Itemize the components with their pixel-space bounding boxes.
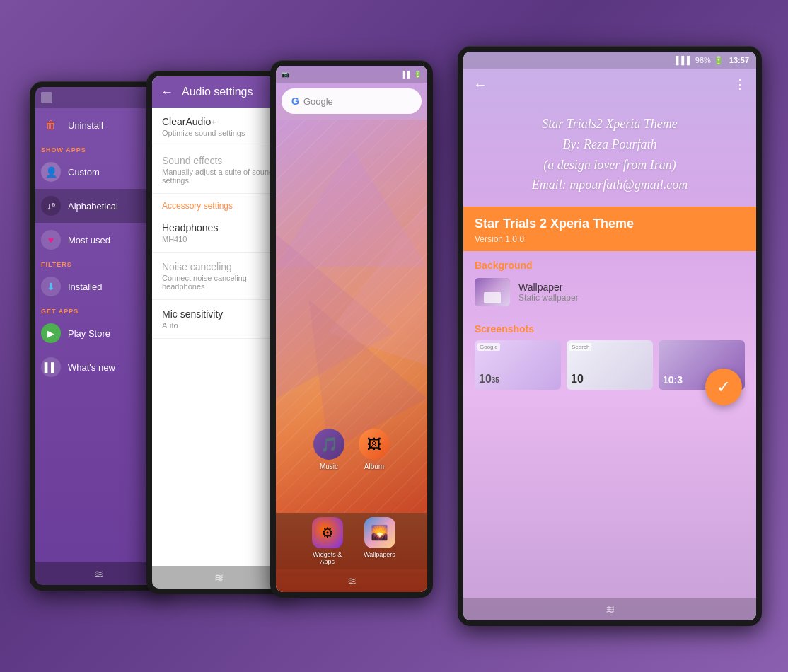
ss-time-1: 1035 [479,373,499,386]
envelope-icon [484,292,501,303]
nav-icon-1: ≋ [94,567,103,581]
fab-icon: ✓ [717,377,731,397]
sound-fx-desc: Manually adjust a suite of sound setting… [162,168,276,185]
screenshots-row: Google 1035 Search 10 10:3 [475,340,745,390]
mic-desc: Auto [162,321,276,330]
most-used-item[interactable]: ♥ Most used [35,223,162,257]
theme-screen: ▌▌▌ 98% 🔋 13:57 ← ⋮ Star Trials2 Xperia … [463,52,756,620]
noise-cancel-item[interactable]: Noise canceling Connect noise canceling … [152,253,286,300]
headphones-title: Headphones [162,222,276,233]
ss-time-2: 10 [571,373,584,386]
screen-3: 📷 ▌▌ 🔋 G Google [276,66,427,592]
wallpaper-area: 🎵 Music 🖼 Album [276,120,427,513]
screenshots-label: Screenshots [475,323,745,335]
fab-confirm-button[interactable]: ✓ [705,369,742,405]
status-bar-3: 📷 ▌▌ 🔋 [276,66,427,83]
background-label: Background [475,260,745,271]
sound-fx-title: Sound effects [162,155,276,166]
mic-sensitivity-item[interactable]: Mic sensitivity Auto [152,300,286,339]
clear-audio-item[interactable]: ClearAudio+ Optimize sound settings [152,108,286,146]
alpha-label: Alphabetical [68,201,118,212]
noise-desc: Connect noise canceling headphones [162,274,276,291]
wallpaper-item[interactable]: Wallpaper Static wallpaper [475,278,745,306]
album-app-icon[interactable]: 🖼 Album [359,429,390,470]
music-app-icon[interactable]: 🎵 Music [313,429,344,470]
screenshot-1[interactable]: Google 1035 [475,340,561,390]
play-store-label: Play Store [68,328,110,339]
alphabetical-item[interactable]: ↓ᵃ Alphabetical [35,189,162,223]
person-icon: 👤 [41,162,61,182]
google-bar[interactable]: G Google [282,88,422,114]
audio-header: ← Audio settings [152,76,286,108]
credit-line-3: (a design lover from Iran) [477,155,742,175]
custom-label: Custom [68,167,100,178]
uninstall-item[interactable]: 🗑 Uninstall [35,108,162,142]
wallpapers-icon[interactable]: 🌄 Wallpapers [364,517,395,565]
sort-icon: ↓ᵃ [41,196,61,216]
theme-credits: Star Trials2 Xperia Theme By: Reza Pourf… [463,100,756,207]
status-right-3: ▌▌ 🔋 [403,71,422,78]
devices-container: 🗑 Uninstall SHOW APPS 👤 Custom ↓ᵃ Alphab… [19,25,769,647]
heart-icon: ♥ [41,230,61,250]
theme-back-btn[interactable]: ← [473,76,487,93]
battery-icon: 🔋 [714,56,724,65]
sound-effects-item[interactable]: Sound effects Manually adjust a suite of… [152,146,286,194]
nav-bar-2: ≋ [152,566,286,589]
nav-icon-4: ≋ [606,603,615,616]
ss-status-1: Google [477,343,500,351]
screen-1: 🗑 Uninstall SHOW APPS 👤 Custom ↓ᵃ Alphab… [35,87,162,585]
widgets-circle: ⚙ [312,517,343,548]
grid-icon [41,92,52,103]
widgets-label: Widgets & Apps [308,551,347,565]
apps-screen: 🗑 Uninstall SHOW APPS 👤 Custom ↓ᵃ Alphab… [35,87,162,585]
uninstall-label: Uninstall [68,120,103,131]
most-used-label: Most used [68,235,110,245]
fab-area: ✓ [463,398,756,441]
headphones-desc: MH410 [162,235,276,243]
nav-icon-3: ≋ [347,574,357,588]
download-icon: ⬇ [41,277,61,296]
music-label: Music [320,463,338,470]
custom-item[interactable]: 👤 Custom [35,155,162,189]
wallpaper-name: Wallpaper [518,282,579,293]
installed-label: Installed [68,282,102,292]
play-store-item[interactable]: ▶ Play Store [35,316,162,350]
status-battery: 98% [695,56,711,64]
audio-screen: ← Audio settings ClearAudio+ Optimize so… [152,76,286,589]
headphones-item[interactable]: Headphones MH410 [152,214,286,253]
widgets-icon[interactable]: ⚙ Widgets & Apps [308,517,347,565]
filters-header: FILTERS [35,257,162,270]
theme-status-bar: ▌▌▌ 98% 🔋 13:57 [463,52,756,69]
status-time: 13:57 [729,56,749,64]
mic-title: Mic sensitivity [162,308,276,320]
back-icon-2[interactable]: ← [161,85,173,100]
ss-time-3: 10:3 [663,374,683,386]
screenshot-2[interactable]: Search 10 [567,340,653,390]
wallpaper-info: Wallpaper Static wallpaper [518,282,579,303]
theme-header: ← ⋮ [463,69,756,100]
wallpapers-circle: 🌄 [364,517,395,548]
screen-2: ← Audio settings ClearAudio+ Optimize so… [152,76,286,589]
device-3: 📷 ▌▌ 🔋 G Google [270,60,433,598]
credit-line-4: Email: mpourfath@gmail.com [477,175,742,195]
noise-title: Noise canceling [162,261,276,272]
nav-bar-1: ≋ [35,562,162,585]
get-apps-header: GET APPS [35,303,162,316]
clear-audio-title: ClearAudio+ [162,116,276,127]
background-section: Background Wallpaper Static wallpaper [463,251,756,315]
nav-bar-3: ≋ [276,569,427,592]
whats-new-item[interactable]: ▌▌ What's new [35,350,162,384]
google-logo: G [291,95,299,107]
theme-more-btn[interactable]: ⋮ [734,76,746,92]
installed-item[interactable]: ⬇ Installed [35,270,162,303]
play-icon: ▶ [41,323,61,343]
google-text: Google [303,96,333,107]
home-screen: 📷 ▌▌ 🔋 G Google [276,66,427,592]
theme-name: Star Trials 2 Xperia Theme [475,216,745,231]
album-label: Album [364,463,384,470]
whats-icon: ▌▌ [41,357,61,377]
device-4: ▌▌▌ 98% 🔋 13:57 ← ⋮ Star Trials2 Xperia … [458,46,762,626]
wallpaper-type: Static wallpaper [518,293,579,303]
clear-audio-desc: Optimize sound settings [162,129,276,137]
status-signal: ▌▌▌ [676,56,692,64]
